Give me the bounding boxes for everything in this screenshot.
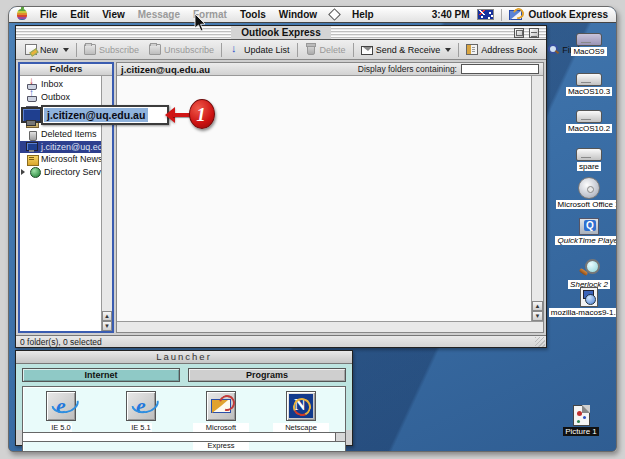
keyboard-flag-icon[interactable]	[477, 9, 494, 20]
folder-list-canvas[interactable]	[117, 76, 531, 321]
folder-list: Inbox Outbox Sent Items	[20, 76, 101, 331]
launcher-item-label: IE 5.1	[130, 423, 152, 432]
main-horizontal-scrollbar[interactable]	[117, 321, 543, 332]
picture-document-icon	[573, 405, 590, 426]
launcher-tabs: Internet Programs	[22, 368, 346, 382]
scroll-up-arrow[interactable]: ▲	[102, 311, 112, 321]
folder-item-account-selected[interactable]: j.citizen@uq.edu.au	[20, 141, 101, 154]
address-book-icon	[466, 44, 478, 55]
new-dropdown-caret	[63, 48, 69, 52]
folders-panel: Folders Inbox Outbox	[18, 62, 114, 333]
menu-view[interactable]: View	[102, 9, 125, 20]
status-bar: 0 folder(s), 0 selected	[16, 335, 546, 347]
update-list-button[interactable]: Update List	[224, 42, 295, 57]
folder-item-news-server[interactable]: Microsoft News Server	[20, 153, 101, 166]
folders-scrollbar[interactable]: ▲ ▼	[101, 76, 112, 331]
desktop-icon-spare[interactable]: spare	[557, 148, 617, 171]
launcher-window: Launcher Internet Programs e IE 5.0 e IE…	[15, 350, 353, 446]
tab-programs[interactable]: Programs	[188, 368, 346, 382]
new-button[interactable]: New	[20, 42, 74, 57]
mail-account-icon	[26, 141, 38, 152]
desktop-stage: File Edit View Message Format Tools Wind…	[0, 0, 625, 459]
zoom-box-button[interactable]	[514, 28, 524, 38]
window-content: Folders Inbox Outbox	[16, 60, 546, 335]
subscribe-icon	[84, 44, 96, 55]
folders-panel-header: Folders	[20, 64, 112, 76]
disclosure-triangle-icon[interactable]	[21, 169, 25, 175]
resize-grip[interactable]	[535, 337, 545, 347]
outlook-express-icon[interactable]	[206, 391, 236, 421]
tab-internet[interactable]: Internet	[22, 368, 180, 382]
desktop-icon-label: mozilla-macos9-1.2b-	[549, 308, 617, 317]
hard-drive-icon	[576, 110, 602, 123]
menu-help[interactable]: Help	[352, 9, 374, 20]
desktop-icon-macos102[interactable]: MacOS10.2	[557, 110, 617, 133]
scroll-down-arrow[interactable]: ▼	[532, 311, 543, 321]
toolbar-separator	[297, 43, 298, 57]
desktop-icon-label: MacOS10.3	[566, 87, 612, 96]
toolbar-separator	[76, 43, 77, 57]
desktop-icon-label: MacOS9	[571, 47, 606, 56]
menu-message: Message	[138, 9, 180, 20]
toolbar-separator	[221, 43, 222, 57]
delete-icon	[307, 44, 315, 55]
toolbar-separator	[458, 43, 459, 57]
menu-edit[interactable]: Edit	[70, 9, 89, 20]
folder-item-outbox[interactable]: Outbox	[20, 91, 101, 104]
desktop-icon-macos103[interactable]: MacOS10.3	[557, 73, 617, 96]
quicktime-player-icon	[579, 218, 599, 235]
directory-services-icon	[29, 166, 41, 177]
main-area-header: j.citizen@uq.edu.au Display folders cont…	[117, 63, 543, 76]
launcher-item-ie50[interactable]: e IE 5.0	[33, 391, 89, 432]
menu-tools[interactable]: Tools	[240, 9, 266, 20]
send-receive-icon	[361, 46, 373, 55]
outlook-express-window: Outlook Express New Subscribe Unsubscri	[15, 25, 547, 348]
scroll-up-arrow[interactable]: ▲	[532, 301, 543, 311]
window-title: Outlook Express	[231, 26, 330, 39]
main-area: j.citizen@uq.edu.au Display folders cont…	[116, 62, 544, 333]
news-server-icon	[26, 154, 38, 165]
toolbar: New Subscribe Unsubscribe Update List	[16, 40, 546, 60]
netscape-icon[interactable]	[286, 391, 316, 421]
folder-item-directory-services[interactable]: Directory Services	[20, 166, 101, 179]
application-menu[interactable]: Outlook Express	[529, 9, 608, 20]
address-book-button[interactable]: Address Book	[461, 42, 542, 57]
launcher-item-ie51[interactable]: e IE 5.1	[113, 391, 169, 432]
desktop-icon-quicktime[interactable]: QuickTime Player	[557, 218, 617, 245]
desktop-icon-label: MacOS10.2	[566, 124, 612, 133]
main-vertical-scrollbar[interactable]: ▲ ▼	[531, 76, 543, 321]
send-receive-button[interactable]: Send & Receive	[356, 43, 457, 57]
folder-item-deleted-items[interactable]: Deleted Items	[20, 128, 101, 141]
ie-icon[interactable]: e	[126, 391, 156, 421]
desktop-icon-mozilla[interactable]: mozilla-macos9-1.2b-	[557, 287, 617, 317]
desktop-icon-picture1[interactable]: Picture 1	[549, 405, 613, 436]
delete-button: Delete	[300, 42, 351, 57]
collapse-box-button[interactable]	[529, 28, 539, 38]
scroll-down-arrow[interactable]: ▼	[102, 321, 112, 331]
menu-window[interactable]: Window	[279, 9, 317, 20]
hard-drive-icon	[576, 33, 602, 46]
help-menu-icon[interactable]	[328, 8, 341, 21]
menu-clock[interactable]: 3:40 PM	[432, 9, 470, 20]
unsubscribe-button: Unsubscribe	[144, 42, 219, 57]
menu-file[interactable]: File	[40, 9, 57, 20]
launcher-title-bar[interactable]: Launcher	[16, 351, 352, 364]
desktop-icon-sherlock[interactable]: Sherlock 2	[557, 259, 617, 289]
window-title-bar[interactable]: Outlook Express	[16, 26, 546, 40]
outlook-express-app-icon	[509, 10, 522, 20]
launcher-item-label: IE 5.0	[50, 423, 72, 432]
mouse-cursor	[194, 14, 206, 32]
filter-input[interactable]	[461, 64, 539, 74]
drafts-icon	[26, 116, 38, 127]
subscribe-button: Subscribe	[79, 42, 144, 57]
folder-item-sent-items[interactable]: Sent Items	[20, 103, 101, 116]
launcher-horizontal-scrollbar[interactable]	[22, 432, 346, 442]
apple-menu-icon[interactable]	[17, 9, 27, 20]
ie-icon[interactable]: e	[46, 391, 76, 421]
folder-item-drafts[interactable]: Drafts	[20, 116, 101, 129]
cd-disc-icon	[578, 177, 600, 199]
desktop-icon-macos9[interactable]: MacOS9	[557, 33, 617, 56]
launcher-items: e IE 5.0 e IE 5.1 Microsoft Outlook Expr…	[22, 386, 346, 452]
desktop-icon-office-x[interactable]: Microsoft Office X	[557, 177, 617, 209]
filter-label: Display folders containing:	[358, 64, 457, 74]
